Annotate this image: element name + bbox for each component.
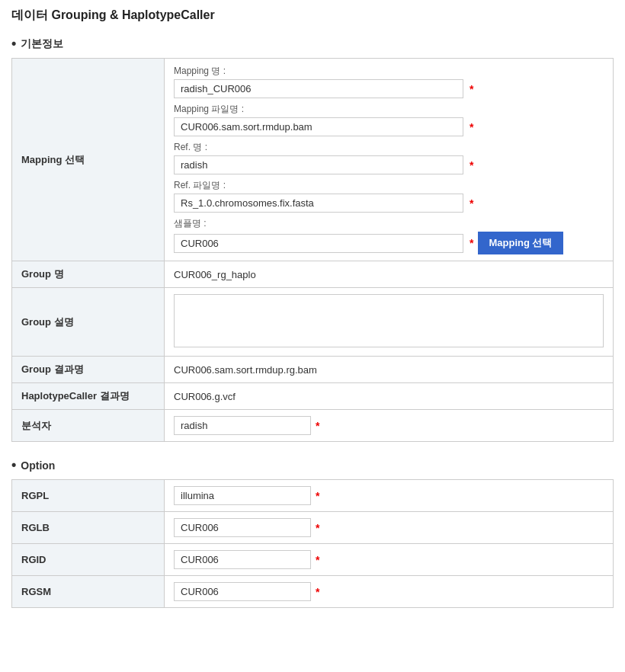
haplotype-result-input[interactable] [174, 391, 604, 402]
analyst-cell: * [165, 410, 614, 442]
rgpl-input[interactable] [174, 486, 311, 505]
rglb-cell: * [165, 512, 614, 544]
rgpl-required: * [316, 490, 319, 502]
mapping-name-required: * [470, 83, 473, 95]
rglb-label: RGLB [12, 512, 165, 544]
ref-file-input[interactable] [174, 194, 463, 213]
ref-name-required: * [470, 159, 473, 171]
basic-info-section-header: 기본정보 [11, 36, 614, 52]
mapping-selection-label: Mapping 선택 [12, 59, 165, 261]
ref-name-label: Ref. 명 : [174, 141, 604, 154]
group-result-input[interactable] [174, 364, 604, 376]
haplotype-result-cell [165, 383, 614, 410]
mapping-file-input[interactable] [174, 117, 463, 136]
sample-name-input[interactable] [174, 234, 463, 253]
haplotype-result-row: HaplotypeCaller 결과명 [12, 383, 614, 410]
ref-file-label: Ref. 파일명 : [174, 179, 604, 192]
mapping-selection-row: Mapping 선택 Mapping 명 : * [12, 59, 614, 261]
group-result-cell [165, 357, 614, 383]
rgsm-input[interactable] [174, 582, 311, 601]
rgsm-label: RGSM [12, 576, 165, 608]
haplotype-result-label: HaplotypeCaller 결과명 [12, 383, 165, 410]
rgpl-row: RGPL * [12, 480, 614, 512]
ref-name-input[interactable] [174, 155, 463, 174]
group-name-label: Group 명 [12, 261, 165, 288]
rgsm-required: * [316, 586, 319, 598]
mapping-file-required: * [470, 121, 473, 133]
page-title: 데이터 Grouping & HaplotypeCaller [11, 8, 614, 24]
basic-info-table: Mapping 선택 Mapping 명 : * [11, 58, 614, 442]
rgid-required: * [316, 554, 319, 566]
rglb-input[interactable] [174, 518, 311, 537]
ref-file-field-row: Ref. 파일명 : * [174, 179, 604, 213]
mapping-name-input[interactable] [174, 79, 463, 98]
group-name-cell [165, 261, 614, 288]
mapping-fields-container: Mapping 명 : * Mapping 파일명 : * [174, 65, 604, 254]
mapping-file-field-row: Mapping 파일명 : * [174, 103, 604, 136]
ref-name-field-row: Ref. 명 : * [174, 141, 604, 174]
group-desc-cell [165, 288, 614, 357]
rgpl-label: RGPL [12, 480, 165, 512]
mapping-name-label: Mapping 명 : [174, 65, 604, 78]
group-name-row: Group 명 [12, 261, 614, 288]
group-result-row: Group 결과명 [12, 357, 614, 383]
group-result-label: Group 결과명 [12, 357, 165, 383]
group-desc-label: Group 설명 [12, 288, 165, 357]
rgsm-row: RGSM * [12, 576, 614, 608]
rgid-input[interactable] [174, 550, 311, 569]
rgpl-cell: * [165, 480, 614, 512]
rgid-row: RGID * [12, 544, 614, 576]
rgid-cell: * [165, 544, 614, 576]
sample-name-field-row: 샘플명 : * Mapping 선택 [174, 217, 604, 254]
analyst-label: 분석자 [12, 410, 165, 442]
sample-name-required: * [470, 237, 473, 249]
sample-name-label: 샘플명 : [174, 217, 604, 230]
analyst-row: 분석자 * [12, 410, 614, 442]
rglb-row: RGLB * [12, 512, 614, 544]
rgsm-cell: * [165, 576, 614, 608]
analyst-input[interactable] [174, 416, 311, 435]
option-section-header: Option [11, 457, 614, 473]
mapping-file-label: Mapping 파일명 : [174, 103, 604, 116]
mapping-select-button[interactable]: Mapping 선택 [478, 232, 562, 254]
analyst-required: * [316, 420, 319, 432]
rgid-label: RGID [12, 544, 165, 576]
rglb-required: * [316, 522, 319, 534]
option-table: RGPL * RGLB * RGID [11, 479, 614, 608]
group-desc-row: Group 설명 [12, 288, 614, 357]
group-desc-textarea[interactable] [174, 294, 604, 347]
group-name-input[interactable] [174, 269, 604, 280]
ref-file-required: * [470, 197, 473, 210]
mapping-selection-cell: Mapping 명 : * Mapping 파일명 : * [165, 59, 614, 261]
mapping-name-field-row: Mapping 명 : * [174, 65, 604, 98]
